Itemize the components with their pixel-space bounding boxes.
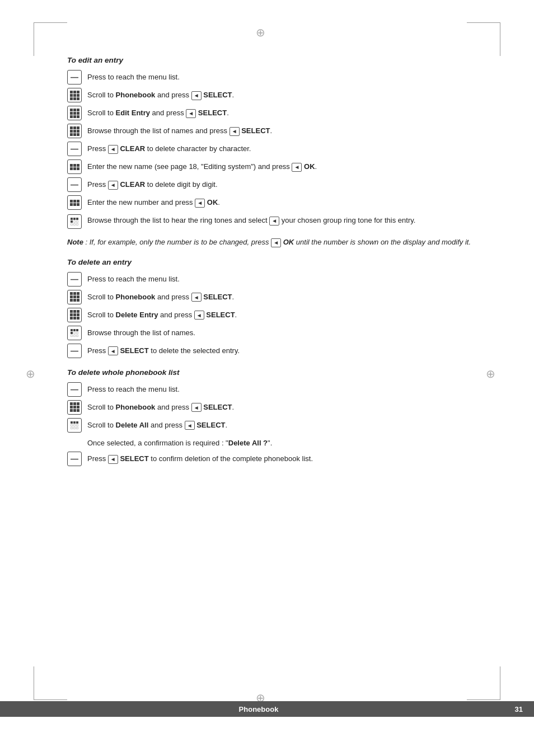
icon-dash: — <box>67 452 82 466</box>
step: — Press to reach the menu list. <box>67 382 478 397</box>
step: — Press ◄ CLEAR to delete digit by digit… <box>67 177 478 192</box>
select-button: ◄ <box>191 403 202 412</box>
select-button: ◄ <box>269 217 279 226</box>
step-text: Once selected, a confirmation is require… <box>87 436 478 449</box>
step-text: Browse through the list to hear the ring… <box>87 213 478 226</box>
step-text: Browse through the list of names and pre… <box>87 124 478 137</box>
step-text: Press ◄ CLEAR to delete digit by digit. <box>87 177 478 190</box>
select-button: ◄ <box>229 127 240 136</box>
step-text: Scroll to Phonebook and press ◄ SELECT. <box>87 290 478 303</box>
step-text: Scroll to Edit Entry and press ◄ SELECT. <box>87 106 478 119</box>
step-text: Enter the new number and press ◄ OK. <box>87 195 478 208</box>
icon-dash: — <box>67 177 82 192</box>
select-button: ◄ <box>108 346 118 355</box>
step: Browse through the list to hear the ring… <box>67 213 478 229</box>
step: Scroll to Phonebook and press ◄ SELECT. <box>67 400 478 415</box>
step: Scroll to Edit Entry and press ◄ SELECT. <box>67 106 478 120</box>
step: — Press ◄ SELECT to confirm deletion of … <box>67 452 478 466</box>
section-delete-entry: To delete an entry — Press to reach the … <box>67 258 478 358</box>
icon-grid-half <box>67 214 82 229</box>
step: — Press to reach the menu list. <box>67 272 478 287</box>
icon-dash: — <box>67 272 82 287</box>
edit-steps: — Press to reach the menu list. Scroll t… <box>67 70 478 229</box>
delete-all-steps: — Press to reach the menu list. Scroll t… <box>67 382 478 467</box>
step-text: Press to reach the menu list. <box>87 382 478 395</box>
footer-title: Phonebook <box>11 705 506 713</box>
icon-grid <box>67 400 82 415</box>
icon-grid-half <box>67 418 82 433</box>
step: Scroll to Phonebook and press ◄ SELECT. <box>67 88 478 102</box>
icon-dash: — <box>67 70 82 84</box>
step: Enter the new number and press ◄ OK. <box>67 195 478 210</box>
step-text: Press ◄ SELECT to delete the selected en… <box>87 344 478 356</box>
section-edit-title: To edit an entry <box>67 56 478 64</box>
step: — Press to reach the menu list. <box>67 70 478 84</box>
icon-grid <box>67 290 82 304</box>
step-text: Press ◄ SELECT to confirm deletion of th… <box>87 452 478 464</box>
clear-button: ◄ <box>108 145 118 154</box>
crosshair-left <box>31 373 43 384</box>
step-text: Scroll to Phonebook and press ◄ SELECT. <box>87 400 478 413</box>
section-delete-title: To delete an entry <box>67 258 478 266</box>
step-text: Press to reach the menu list. <box>87 272 478 285</box>
select-button: ◄ <box>185 421 195 430</box>
crosshair-right <box>491 373 503 384</box>
select-button: ◄ <box>191 91 202 100</box>
page-border-bottom-left <box>34 666 67 700</box>
icon-dash: — <box>67 382 82 397</box>
icon-grid2 <box>67 195 82 210</box>
icon-grid <box>67 88 82 102</box>
footer-bar: Phonebook 31 <box>0 701 534 717</box>
step: Scroll to Delete Entry and press ◄ SELEC… <box>67 308 478 322</box>
icon-dash: — <box>67 142 82 156</box>
select-button: ◄ <box>191 293 202 302</box>
step-text: Press to reach the menu list. <box>87 70 478 83</box>
select-button: ◄ <box>108 455 118 464</box>
edit-note: Note : If, for example, only the number … <box>67 237 478 248</box>
section-delete-all: To delete whole phonebook list — Press t… <box>67 368 478 467</box>
icon-grid-half <box>67 326 82 340</box>
step-text: Scroll to Phonebook and press ◄ SELECT. <box>87 88 478 101</box>
section-delete-all-title: To delete whole phonebook list <box>67 368 478 377</box>
step: — Press ◄ SELECT to delete the selected … <box>67 344 478 358</box>
step: Enter the new name (see page 18, "Editin… <box>67 159 478 174</box>
step-text: Scroll to Delete All and press ◄ SELECT. <box>87 418 478 431</box>
page-border-top-left <box>34 22 67 56</box>
step: — Press ◄ CLEAR to delete character by c… <box>67 142 478 156</box>
step-text: Press ◄ CLEAR to delete character by cha… <box>87 142 478 154</box>
step: Browse through the list of names. <box>67 326 478 340</box>
icon-grid2 <box>67 159 82 174</box>
page-border-top-right <box>467 22 500 56</box>
step: Browse through the list of names and pre… <box>67 124 478 138</box>
icon-dash: — <box>67 344 82 358</box>
crosshair-top <box>261 31 273 43</box>
footer-page: 31 <box>506 705 523 713</box>
main-content: To edit an entry — Press to reach the me… <box>67 56 478 694</box>
step-text: Scroll to Delete Entry and press ◄ SELEC… <box>87 308 478 321</box>
clear-button: ◄ <box>108 181 118 190</box>
ok-button-note: ◄ <box>271 238 281 247</box>
step: Scroll to Phonebook and press ◄ SELECT. <box>67 290 478 304</box>
step: Once selected, a confirmation is require… <box>67 436 478 449</box>
ok-button: ◄ <box>195 199 205 208</box>
step-text: Enter the new name (see page 18, "Editin… <box>87 159 478 172</box>
section-edit-entry: To edit an entry — Press to reach the me… <box>67 56 478 248</box>
select-button: ◄ <box>194 311 204 320</box>
icon-grid <box>67 308 82 322</box>
step-text: Browse through the list of names. <box>87 326 478 339</box>
icon-grid <box>67 124 82 138</box>
icon-grid <box>67 106 82 120</box>
select-button: ◄ <box>186 109 196 118</box>
step: Scroll to Delete All and press ◄ SELECT. <box>67 418 478 433</box>
delete-steps: — Press to reach the menu list. Scroll t… <box>67 272 478 358</box>
ok-button: ◄ <box>292 163 302 172</box>
